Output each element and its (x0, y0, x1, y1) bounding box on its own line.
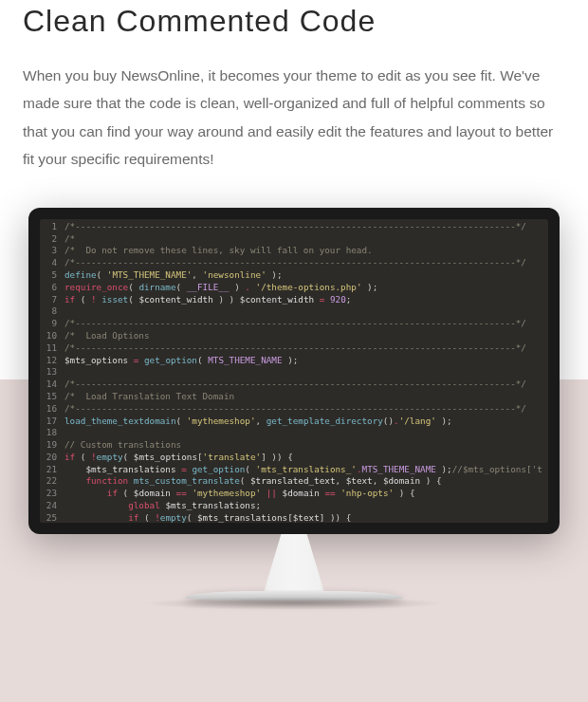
monitor-stand (251, 534, 337, 591)
monitor-shadow (142, 597, 446, 610)
code-area: /*--------------------------------------… (61, 219, 548, 523)
line-number-gutter: 1234567891011121314151617181920212223242… (40, 219, 61, 523)
monitor-illustration: 1234567891011121314151617181920212223242… (28, 208, 560, 610)
content-section: Clean Commented Code When you buy NewsOn… (0, 4, 588, 610)
code-editor-screen: 1234567891011121314151617181920212223242… (40, 219, 548, 523)
section-description: When you buy NewsOnline, it becomes your… (23, 62, 565, 174)
monitor-bezel: 1234567891011121314151617181920212223242… (28, 208, 560, 534)
section-heading: Clean Commented Code (23, 4, 565, 39)
